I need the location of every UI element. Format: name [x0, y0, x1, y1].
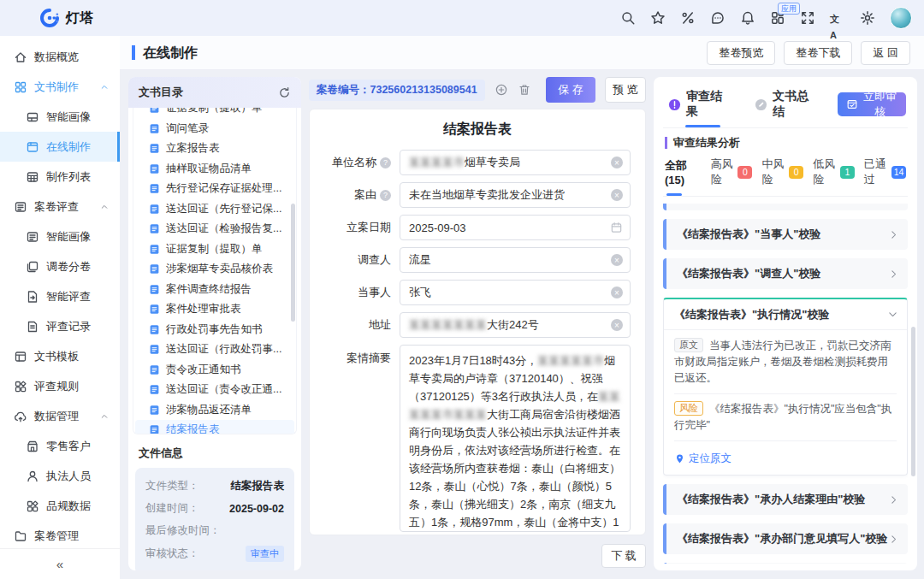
- review-filter[interactable]: 全部 (15): [665, 158, 702, 189]
- risk-tag: 风险: [674, 401, 703, 416]
- field-input[interactable]: 某某某某某某某大街242号×: [400, 312, 631, 338]
- sidebar-item-law-officers[interactable]: 执法人员: [0, 461, 120, 491]
- directory-item[interactable]: 先行登记保存证据处理...: [135, 179, 294, 199]
- filter-count-badge: 1: [840, 166, 855, 179]
- sidebar-item-create-list[interactable]: 制作列表: [0, 162, 120, 192]
- directory-item[interactable]: 涉案烟草专卖品核价表: [135, 259, 294, 280]
- clear-icon[interactable]: ×: [611, 287, 623, 298]
- sidebar-item-case-management[interactable]: 案卷管理: [0, 521, 120, 551]
- review-item-header[interactable]: 《结案报告表》"执行情况"校验: [664, 299, 907, 330]
- save-button[interactable]: 保 存: [546, 77, 595, 103]
- directory-item[interactable]: 抽样取证物品清单: [135, 159, 294, 180]
- trash-icon[interactable]: [518, 83, 531, 97]
- directory-item[interactable]: 证据复制（提取）单: [135, 239, 294, 260]
- tab-doc-summary[interactable]: 文书总结: [751, 86, 814, 127]
- audit-now-button[interactable]: 立即审核: [838, 92, 906, 116]
- apps-icon[interactable]: 应用: [770, 10, 785, 26]
- home-icon: [14, 50, 27, 64]
- clear-icon[interactable]: ×: [611, 254, 623, 266]
- directory-item[interactable]: 证据复制（提取）单: [135, 108, 294, 119]
- clear-icon[interactable]: ×: [611, 319, 623, 331]
- directory-item-label: 送达回证（先行登记保...: [166, 202, 281, 216]
- star-icon[interactable]: [650, 10, 666, 26]
- directory-item[interactable]: 行政处罚事先告知书: [135, 320, 294, 340]
- review-item[interactable]: 《结案报告表》"法制部门意见填写人"校验: [663, 563, 908, 564]
- directory-item[interactable]: 责令改正通知书: [135, 360, 294, 381]
- sidebar-item-volume-split[interactable]: 调卷分卷: [0, 251, 120, 281]
- back-button[interactable]: 返 回: [861, 41, 910, 65]
- review-item-partial[interactable]: [663, 204, 908, 210]
- directory-item[interactable]: 案件调查终结报告: [135, 280, 294, 300]
- calendar-icon[interactable]: [610, 222, 623, 234]
- whole-volume-download-button[interactable]: 整卷下载: [784, 41, 852, 65]
- sidebar-item-online-create[interactable]: 在线制作: [0, 132, 120, 162]
- directory-scrollbar[interactable]: [291, 204, 295, 322]
- summary-textarea[interactable]: 2023年1月7日18时43分，某某某某某市烟草专卖局的卢诗章（37120140…: [400, 345, 631, 532]
- user-avatar[interactable]: [890, 7, 912, 29]
- tab-review-result[interactable]: 审查结果: [665, 86, 727, 127]
- help-icon[interactable]: ?: [380, 157, 391, 168]
- sidebar-item-retail-customers[interactable]: 零售客户: [0, 431, 120, 461]
- sidebar-item-smart-review[interactable]: 智能评查: [0, 281, 120, 311]
- form-toolbar: 案卷编号：732560213135089541 保 存 预 览: [309, 77, 646, 103]
- add-page-icon[interactable]: [495, 83, 508, 97]
- help-icon[interactable]: ?: [380, 190, 391, 201]
- review-item[interactable]: 《结案报告表》"调查人"校验: [663, 258, 908, 289]
- review-filter[interactable]: 中风险0: [761, 157, 803, 190]
- review-scrollbar[interactable]: [911, 327, 915, 476]
- sidebar-item-data-overview[interactable]: 数据概览: [0, 42, 120, 72]
- redacted-text: 某某某某市: [409, 155, 465, 170]
- download-button[interactable]: 下 载: [601, 544, 646, 568]
- field-input[interactable]: 未在当地烟草专卖批发企业进货×: [400, 182, 631, 208]
- directory-item[interactable]: 送达回证（责令改正通...: [135, 380, 294, 400]
- field-input[interactable]: 流星×: [400, 247, 631, 273]
- sidebar-item-smart-portrait[interactable]: 智能画像: [0, 102, 120, 132]
- sidebar-item-case-smart-portrait[interactable]: 智能画像: [0, 222, 120, 251]
- sidebar-item-doc-create[interactable]: 文书制作: [0, 72, 120, 102]
- directory-item[interactable]: 涉案物品返还清单: [135, 400, 294, 421]
- review-filter[interactable]: 高风险0: [711, 157, 753, 190]
- preview-button[interactable]: 预 览: [605, 77, 646, 103]
- field-input[interactable]: 某某某某市烟草专卖局×: [400, 150, 631, 175]
- sidebar-item-review-rules[interactable]: 评查规则: [0, 371, 120, 401]
- sidebar-item-data-management[interactable]: 数据管理: [0, 401, 120, 431]
- file-info-label: 审核状态：: [145, 547, 199, 561]
- directory-item[interactable]: 询问笔录: [135, 119, 294, 139]
- fullscreen-icon[interactable]: [800, 10, 815, 26]
- refresh-icon[interactable]: [278, 86, 291, 99]
- file-icon: [149, 405, 160, 416]
- clear-icon[interactable]: ×: [611, 189, 623, 201]
- review-item[interactable]: 《结案报告表》"承办部门意见填写人"校验: [663, 523, 908, 554]
- rate-icon[interactable]: [680, 10, 696, 26]
- message-icon[interactable]: [710, 10, 726, 26]
- directory-item[interactable]: 送达回证（先行登记保...: [135, 199, 294, 220]
- translate-icon[interactable]: 文A: [830, 10, 845, 26]
- review-item[interactable]: 《结案报告表》"当事人"校验: [663, 219, 908, 250]
- search-icon[interactable]: [620, 10, 636, 26]
- directory-item[interactable]: 立案报告表: [135, 139, 294, 159]
- clear-icon[interactable]: ×: [611, 157, 623, 168]
- review-item[interactable]: 《结案报告表》"承办人结案理由"校验: [663, 484, 908, 515]
- sidebar-collapse-button[interactable]: «: [0, 548, 120, 579]
- sidebar-item-review-records[interactable]: 评查记录: [0, 311, 120, 341]
- whole-volume-preview-button[interactable]: 整卷预览: [707, 41, 775, 65]
- gear-icon[interactable]: [860, 10, 875, 26]
- directory-item[interactable]: 案件处理审批表: [135, 299, 294, 320]
- bell-icon[interactable]: [740, 10, 755, 26]
- directory-item[interactable]: 送达回证（检验报告复...: [135, 219, 294, 239]
- field-input[interactable]: 2025-09-03: [400, 215, 631, 240]
- directory-item[interactable]: 结案报告表: [135, 420, 294, 434]
- field-input[interactable]: 张飞×: [400, 280, 631, 305]
- locate-original-link[interactable]: 定位原文: [664, 445, 907, 475]
- directory-title: 文书目录: [139, 85, 183, 100]
- audit-now-label: 立即审核: [862, 89, 897, 120]
- review-filter[interactable]: 低风险1: [813, 157, 855, 190]
- sidebar-item-case-review[interactable]: 案卷评查: [0, 192, 120, 222]
- sidebar-item-product-data[interactable]: 品规数据: [0, 491, 120, 521]
- sidebar-item-label: 执法人员: [46, 469, 91, 484]
- directory-item[interactable]: 送达回证（行政处罚事...: [135, 340, 294, 360]
- page-actions: 整卷预览 整卷下载 返 回: [707, 41, 910, 65]
- sidebar-item-doc-templates[interactable]: 文书模板: [0, 341, 120, 371]
- review-filter[interactable]: 已通过14: [864, 157, 906, 190]
- review-panel: 审查结果 文书总结: [654, 77, 917, 570]
